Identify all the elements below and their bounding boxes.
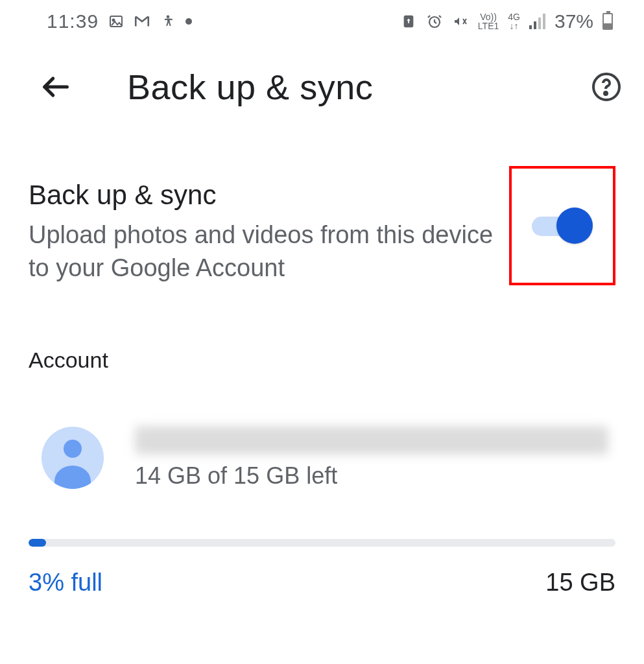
arrow-left-icon	[39, 70, 73, 104]
highlight-box	[509, 166, 615, 285]
page-title: Back up & sync	[127, 67, 538, 107]
backup-sync-description: Upload photos and videos from this devic…	[29, 219, 496, 285]
accessibility-icon	[160, 13, 176, 30]
help-icon	[591, 71, 622, 102]
account-section-label: Account	[29, 348, 615, 373]
image-icon	[108, 13, 125, 30]
backup-sync-text: Back up & sync Upload photos and videos …	[29, 180, 509, 285]
battery-icon	[602, 13, 613, 30]
backup-sync-toggle[interactable]	[532, 208, 593, 244]
signal-bars-icon	[529, 14, 545, 29]
account-email-redacted	[135, 426, 608, 455]
status-bar-right: Vo)) LTE1 4G ↓↑ 37%	[400, 10, 613, 32]
network-indicator: 4G ↓↑	[508, 12, 520, 30]
app-update-icon	[400, 13, 417, 30]
svg-point-1	[113, 19, 115, 21]
account-info: 14 GB of 15 GB left	[135, 426, 608, 490]
back-button[interactable]	[35, 66, 77, 108]
help-button[interactable]	[588, 69, 625, 105]
backup-sync-setting[interactable]: Back up & sync Upload photos and videos …	[29, 179, 615, 285]
status-time: 11:39	[47, 10, 99, 32]
storage-progress-bar	[29, 539, 615, 547]
storage-percent-full: 3% full	[29, 569, 102, 597]
app-bar: Back up & sync	[0, 38, 644, 121]
volte-indicator: Vo)) LTE1	[478, 12, 499, 30]
avatar	[42, 427, 104, 489]
more-notifications-dot	[185, 18, 192, 25]
status-bar-left: 11:39	[47, 10, 192, 32]
storage-total: 15 GB	[545, 569, 615, 597]
svg-point-6	[604, 92, 607, 95]
battery-percent: 37%	[555, 10, 593, 32]
account-row[interactable]: 14 GB of 15 GB left	[42, 426, 615, 490]
status-bar: 11:39 Vo)) LTE1 4G ↓↑	[0, 0, 644, 38]
gmail-icon	[134, 13, 150, 30]
svg-point-2	[167, 15, 170, 18]
storage-summary-row: 3% full 15 GB	[29, 569, 615, 597]
storage-progress-fill	[29, 539, 46, 547]
backup-sync-title: Back up & sync	[29, 180, 496, 211]
account-storage-text: 14 GB of 15 GB left	[135, 462, 608, 490]
vibrate-mute-icon	[452, 13, 469, 30]
alarm-icon	[426, 13, 443, 30]
